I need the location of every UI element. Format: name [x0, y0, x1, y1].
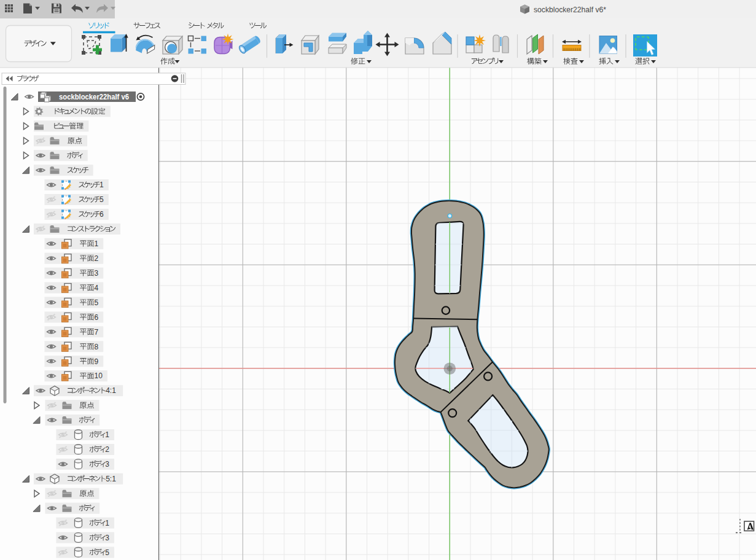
svg-text:2: 2: [95, 254, 99, 263]
svg-text:5: 5: [95, 298, 99, 307]
svg-text:sockblocker22half v6*: sockblocker22half v6*: [534, 5, 606, 14]
svg-text:10: 10: [95, 371, 103, 380]
svg-text:3: 3: [105, 534, 109, 542]
svg-text:9: 9: [95, 357, 99, 366]
svg-text:5:1: 5:1: [106, 475, 116, 483]
svg-text:3: 3: [95, 269, 99, 278]
svg-text:2: 2: [105, 445, 109, 454]
svg-text:4:1: 4:1: [106, 386, 116, 395]
svg-text:7: 7: [95, 328, 99, 336]
svg-text:1: 1: [95, 239, 99, 248]
svg-text:5: 5: [99, 195, 104, 204]
svg-text:3: 3: [105, 460, 109, 469]
svg-text:5: 5: [105, 548, 109, 557]
svg-text:8: 8: [95, 343, 99, 351]
svg-text:6: 6: [95, 313, 99, 322]
svg-text:sockblocker22half v6: sockblocker22half v6: [59, 93, 129, 101]
svg-text:1: 1: [105, 430, 109, 439]
svg-text:6: 6: [99, 210, 104, 219]
svg-text:1: 1: [99, 181, 104, 189]
svg-text:1: 1: [105, 519, 109, 527]
svg-text:4: 4: [95, 284, 99, 292]
